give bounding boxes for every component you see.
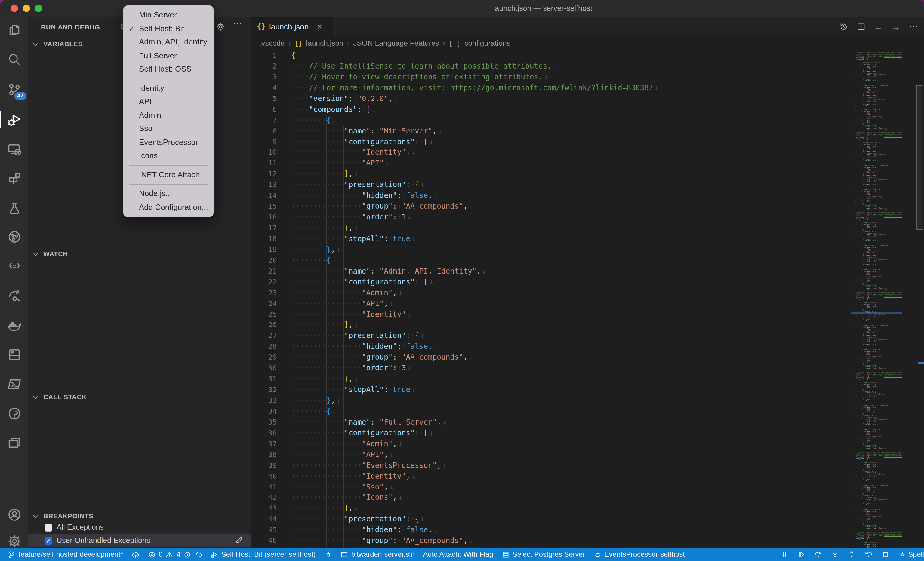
- code-line[interactable]: 20········{↓: [251, 256, 924, 266]
- code-line[interactable]: 36············"configurations":·[↓: [251, 428, 924, 439]
- debug-continue-button[interactable]: [793, 548, 810, 561]
- activity-item-remote-explorer[interactable]: [0, 139, 28, 159]
- menu-item-node-js[interactable]: Node.js...: [123, 187, 213, 200]
- activity-item-explorer[interactable]: [0, 20, 28, 40]
- code-line[interactable]: 45················"hidden":·false,↓: [251, 525, 924, 536]
- zoom-window-button[interactable]: [35, 5, 42, 12]
- activity-item-storage[interactable]: [0, 344, 28, 365]
- status-item-postgres[interactable]: Select Postgres Server: [498, 548, 589, 561]
- code-line[interactable]: 8············"name":·"Min·Server",↓: [251, 126, 924, 137]
- menu-item-admin[interactable]: Admin: [123, 109, 213, 122]
- menu-item-full-server[interactable]: Full Server: [123, 49, 213, 63]
- status-item-flame[interactable]: [320, 548, 336, 561]
- breadcrumb-item[interactable]: JSON Language Features: [353, 39, 439, 48]
- code-line[interactable]: 6····"compounds":·[↓: [251, 104, 924, 115]
- activity-item-testing[interactable]: [0, 198, 28, 218]
- code-line[interactable]: 13············"presentation":·{↓: [251, 180, 924, 191]
- menu-item-net-core-attach[interactable]: .NET Core Attach: [123, 168, 213, 182]
- checked-checkbox[interactable]: ✓: [45, 537, 52, 545]
- code-line[interactable]: 38················"API",↓: [251, 449, 924, 460]
- status-item-sync[interactable]: [128, 548, 144, 561]
- code-line[interactable]: 35············"name":·"Full·Server",↓: [251, 417, 924, 428]
- code-line[interactable]: 33········},↓: [251, 396, 924, 407]
- debug-stop-button[interactable]: [877, 548, 894, 561]
- code-line[interactable]: 26············],↓: [251, 320, 924, 331]
- code-line[interactable]: 16················"order":·1↓: [251, 212, 924, 223]
- code-line[interactable]: 12············],↓: [251, 169, 924, 180]
- menu-item-api[interactable]: API: [123, 95, 213, 109]
- code-line[interactable]: 14················"hidden":·false,↓: [251, 191, 924, 202]
- breadcrumb-item[interactable]: .vscode: [259, 39, 285, 48]
- split-icon[interactable]: [856, 22, 866, 31]
- code-line[interactable]: 23················"Admin",↓: [251, 288, 924, 299]
- code-line[interactable]: 3····//·Hover·to·view·descriptions·of·ex…: [251, 72, 924, 83]
- code-line[interactable]: 39················"EventsProcessor",↓: [251, 460, 924, 471]
- close-tab-icon[interactable]: ×: [317, 22, 322, 31]
- code-line[interactable]: 46················"group":·"AA_compounds…: [251, 536, 924, 546]
- code-line[interactable]: 30················"order":·3↓: [251, 363, 924, 374]
- debug-stepinto-button[interactable]: [826, 548, 843, 561]
- code-line[interactable]: 5····"version":·"0.2.0",↓: [251, 94, 924, 105]
- code-line[interactable]: 25················"Identity"↓: [251, 310, 924, 320]
- code-line[interactable]: 42················"Icons",↓: [251, 493, 924, 504]
- minimap[interactable]: {↓····//·Use·IntelliSense·to·learn·about…: [851, 51, 902, 548]
- code-line[interactable]: 29················"group":·"AA_compounds…: [251, 353, 924, 364]
- editor-scrollbar[interactable]: [916, 85, 923, 230]
- status-item-branch[interactable]: feature/self-hosted-development*: [4, 548, 128, 561]
- code-line[interactable]: 37················"Admin",↓: [251, 439, 924, 450]
- status-item-auto-attach[interactable]: Auto Attach: With Flag: [419, 548, 498, 561]
- tab-launch-json[interactable]: {} launch.json ×: [251, 17, 335, 36]
- status-item-spell-checker[interactable]: Spell: [894, 548, 924, 561]
- code-line[interactable]: 19········},↓: [251, 245, 924, 256]
- edit-condition-button[interactable]: [235, 536, 244, 545]
- code-line[interactable]: 22············"configurations":·[↓: [251, 277, 924, 288]
- debug-pause-button[interactable]: [776, 548, 793, 561]
- code-line[interactable]: 21············"name":·"Admin,·API,·Ident…: [251, 266, 924, 277]
- code-line[interactable]: 7········{↓: [251, 115, 924, 126]
- menu-item-eventsprocessor[interactable]: EventsProcessor: [123, 136, 213, 149]
- views-more-actions-button[interactable]: ⋯: [233, 18, 243, 29]
- menu-item-identity[interactable]: Identity: [123, 81, 213, 95]
- code-area[interactable]: 1{↓2····//·Use·IntelliSense·to·learn·abo…: [251, 51, 924, 548]
- activity-item-share-circle[interactable]: [0, 227, 28, 247]
- more-actions-icon[interactable]: ⋯: [909, 21, 918, 32]
- code-line[interactable]: 43············],↓: [251, 504, 924, 515]
- activity-item-run-and-debug[interactable]: [0, 109, 28, 130]
- section-watch[interactable]: WATCH: [28, 247, 251, 260]
- code-line[interactable]: 44············"presentation":·{↓: [251, 515, 924, 525]
- menu-item-min-server[interactable]: Min Server: [123, 8, 213, 22]
- breadcrumb-item[interactable]: launch.json: [306, 39, 344, 48]
- code-line[interactable]: 34········{↓: [251, 407, 924, 417]
- breakpoint-row[interactable]: All Exceptions: [28, 521, 251, 534]
- breadcrumb-item[interactable]: configurations: [464, 39, 510, 48]
- status-item-debug-config[interactable]: Self Host: Bit (server-selfhost): [206, 548, 320, 561]
- unchecked-checkbox[interactable]: [45, 524, 52, 531]
- breakpoint-row[interactable]: ✓User-Unhandled Exceptions: [28, 534, 251, 547]
- activity-item-accounts[interactable]: [0, 504, 28, 525]
- code-line[interactable]: 18············"stopAll":·true↓: [251, 234, 924, 245]
- code-line[interactable]: 10················"Identity",↓: [251, 148, 924, 159]
- activity-item-extensions[interactable]: [0, 168, 28, 189]
- activity-item-search[interactable]: [0, 49, 28, 70]
- activity-item-live-share[interactable]: [0, 286, 28, 306]
- code-line[interactable]: 17············},↓: [251, 223, 924, 234]
- menu-item-add-configuration[interactable]: Add Configuration...: [123, 200, 213, 214]
- menu-item-icons[interactable]: Icons: [123, 149, 213, 163]
- menu-item-sso[interactable]: Sso: [123, 122, 213, 136]
- code-line[interactable]: 28················"hidden":·false,↓: [251, 342, 924, 353]
- status-item-events-processor[interactable]: EventsProcessor-selfhost: [589, 548, 689, 561]
- navigate-forward-icon[interactable]: →: [891, 21, 900, 31]
- code-line[interactable]: 27············"presentation":·{↓: [251, 331, 924, 342]
- debug-stepover-button[interactable]: [810, 548, 826, 561]
- activity-item-panels[interactable]: [0, 433, 28, 453]
- status-item-solution[interactable]: bitwarden-server.sln: [336, 548, 418, 561]
- status-item-problems[interactable]: 0475: [144, 548, 207, 561]
- code-line[interactable]: 40················"Identity",↓: [251, 471, 924, 482]
- activity-item-docker[interactable]: [0, 315, 28, 335]
- menu-item-self-host-oss[interactable]: Self Host: OSS: [123, 63, 213, 76]
- navigate-back-icon[interactable]: ←: [874, 21, 883, 31]
- history-icon[interactable]: [839, 22, 848, 31]
- debug-stepback-button[interactable]: [860, 548, 877, 561]
- code-line[interactable]: 11················"API"↓: [251, 159, 924, 169]
- debug-settings-gear-button[interactable]: [216, 22, 225, 31]
